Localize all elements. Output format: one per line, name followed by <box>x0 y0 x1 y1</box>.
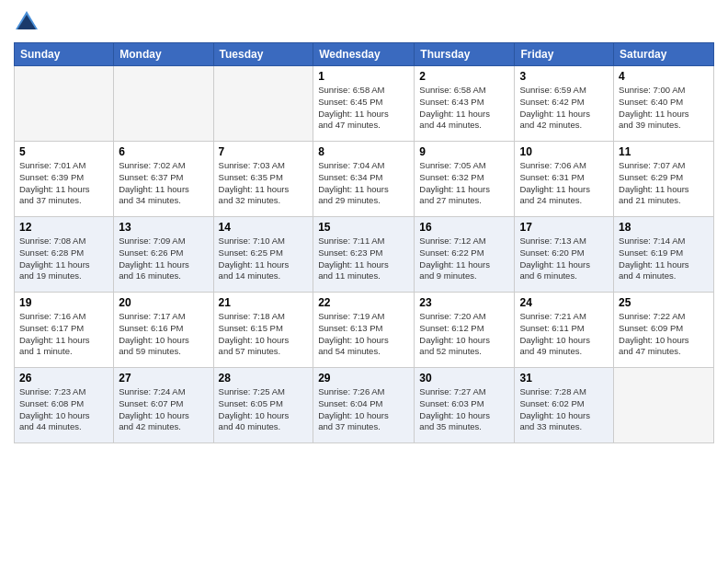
day-info: Sunrise: 7:04 AM Sunset: 6:34 PM Dayligh… <box>318 160 409 207</box>
day-info: Sunrise: 7:27 AM Sunset: 6:03 PM Dayligh… <box>419 386 509 433</box>
day-info: Sunrise: 7:05 AM Sunset: 6:32 PM Dayligh… <box>419 160 509 207</box>
day-number: 25 <box>619 296 709 309</box>
day-info: Sunrise: 6:58 AM Sunset: 6:45 PM Dayligh… <box>318 85 409 132</box>
calendar-cell: 25Sunrise: 7:22 AM Sunset: 6:09 PM Dayli… <box>614 293 714 368</box>
header <box>14 9 714 35</box>
day-number: 6 <box>119 145 208 158</box>
calendar-cell: 11Sunrise: 7:07 AM Sunset: 6:29 PM Dayli… <box>614 142 714 217</box>
day-number: 1 <box>318 70 409 83</box>
col-header-monday: Monday <box>114 43 213 66</box>
calendar-cell: 24Sunrise: 7:21 AM Sunset: 6:11 PM Dayli… <box>515 293 614 368</box>
day-number: 5 <box>19 145 108 158</box>
day-info: Sunrise: 7:02 AM Sunset: 6:37 PM Dayligh… <box>119 160 208 207</box>
day-number: 20 <box>119 296 208 309</box>
calendar-cell: 15Sunrise: 7:11 AM Sunset: 6:23 PM Dayli… <box>313 217 415 293</box>
calendar-cell: 16Sunrise: 7:12 AM Sunset: 6:22 PM Dayli… <box>415 217 515 293</box>
day-info: Sunrise: 7:16 AM Sunset: 6:17 PM Dayligh… <box>19 311 108 358</box>
day-number: 29 <box>318 372 409 385</box>
day-number: 11 <box>619 145 709 158</box>
day-number: 8 <box>318 145 409 158</box>
day-info: Sunrise: 6:59 AM Sunset: 6:42 PM Dayligh… <box>519 85 609 132</box>
day-info: Sunrise: 7:03 AM Sunset: 6:35 PM Dayligh… <box>219 160 309 207</box>
day-info: Sunrise: 7:14 AM Sunset: 6:19 PM Dayligh… <box>619 236 709 282</box>
day-info: Sunrise: 7:28 AM Sunset: 6:02 PM Dayligh… <box>519 386 609 433</box>
calendar-cell: 17Sunrise: 7:13 AM Sunset: 6:20 PM Dayli… <box>515 217 614 293</box>
calendar-week-2: 5Sunrise: 7:01 AM Sunset: 6:39 PM Daylig… <box>15 142 714 217</box>
calendar-cell: 10Sunrise: 7:06 AM Sunset: 6:31 PM Dayli… <box>515 142 614 217</box>
calendar-cell: 31Sunrise: 7:28 AM Sunset: 6:02 PM Dayli… <box>515 368 614 443</box>
calendar-cell <box>614 368 714 443</box>
calendar-cell: 3Sunrise: 6:59 AM Sunset: 6:42 PM Daylig… <box>515 66 614 142</box>
calendar-cell: 22Sunrise: 7:19 AM Sunset: 6:13 PM Dayli… <box>313 293 415 368</box>
day-number: 21 <box>219 296 309 309</box>
day-number: 15 <box>318 221 409 234</box>
day-info: Sunrise: 7:06 AM Sunset: 6:31 PM Dayligh… <box>519 160 609 207</box>
day-number: 3 <box>519 70 609 83</box>
calendar-cell: 21Sunrise: 7:18 AM Sunset: 6:15 PM Dayli… <box>213 293 313 368</box>
logo-icon <box>14 9 40 35</box>
col-header-wednesday: Wednesday <box>313 43 415 66</box>
page: SundayMondayTuesdayWednesdayThursdayFrid… <box>0 0 728 563</box>
calendar-cell: 7Sunrise: 7:03 AM Sunset: 6:35 PM Daylig… <box>213 142 313 217</box>
day-number: 7 <box>219 145 309 158</box>
calendar-cell: 28Sunrise: 7:25 AM Sunset: 6:05 PM Dayli… <box>213 368 313 443</box>
day-info: Sunrise: 7:20 AM Sunset: 6:12 PM Dayligh… <box>419 311 509 358</box>
day-number: 9 <box>419 145 509 158</box>
day-number: 2 <box>419 70 509 83</box>
calendar-cell: 2Sunrise: 6:58 AM Sunset: 6:43 PM Daylig… <box>415 66 515 142</box>
calendar-cell: 29Sunrise: 7:26 AM Sunset: 6:04 PM Dayli… <box>313 368 415 443</box>
calendar-cell <box>213 66 313 142</box>
day-info: Sunrise: 7:07 AM Sunset: 6:29 PM Dayligh… <box>619 160 709 207</box>
day-number: 23 <box>419 296 509 309</box>
day-number: 22 <box>318 296 409 309</box>
calendar: SundayMondayTuesdayWednesdayThursdayFrid… <box>14 42 714 443</box>
day-info: Sunrise: 7:25 AM Sunset: 6:05 PM Dayligh… <box>219 386 309 433</box>
calendar-cell: 18Sunrise: 7:14 AM Sunset: 6:19 PM Dayli… <box>614 217 714 293</box>
calendar-cell: 8Sunrise: 7:04 AM Sunset: 6:34 PM Daylig… <box>313 142 415 217</box>
day-info: Sunrise: 7:09 AM Sunset: 6:26 PM Dayligh… <box>119 236 208 282</box>
day-number: 31 <box>519 372 609 385</box>
calendar-week-4: 19Sunrise: 7:16 AM Sunset: 6:17 PM Dayli… <box>15 293 714 368</box>
calendar-cell: 6Sunrise: 7:02 AM Sunset: 6:37 PM Daylig… <box>114 142 213 217</box>
calendar-week-3: 12Sunrise: 7:08 AM Sunset: 6:28 PM Dayli… <box>15 217 714 293</box>
day-number: 19 <box>19 296 108 309</box>
calendar-week-1: 1Sunrise: 6:58 AM Sunset: 6:45 PM Daylig… <box>15 66 714 142</box>
day-info: Sunrise: 7:18 AM Sunset: 6:15 PM Dayligh… <box>219 311 309 358</box>
calendar-cell: 4Sunrise: 7:00 AM Sunset: 6:40 PM Daylig… <box>614 66 714 142</box>
calendar-cell: 14Sunrise: 7:10 AM Sunset: 6:25 PM Dayli… <box>213 217 313 293</box>
calendar-cell: 12Sunrise: 7:08 AM Sunset: 6:28 PM Dayli… <box>15 217 114 293</box>
day-info: Sunrise: 7:12 AM Sunset: 6:22 PM Dayligh… <box>419 236 509 282</box>
day-info: Sunrise: 7:01 AM Sunset: 6:39 PM Dayligh… <box>19 160 108 207</box>
day-number: 12 <box>19 221 108 234</box>
day-info: Sunrise: 7:17 AM Sunset: 6:16 PM Dayligh… <box>119 311 208 358</box>
calendar-cell: 30Sunrise: 7:27 AM Sunset: 6:03 PM Dayli… <box>415 368 515 443</box>
calendar-cell: 20Sunrise: 7:17 AM Sunset: 6:16 PM Dayli… <box>114 293 213 368</box>
day-info: Sunrise: 7:23 AM Sunset: 6:08 PM Dayligh… <box>19 386 108 433</box>
day-info: Sunrise: 7:21 AM Sunset: 6:11 PM Dayligh… <box>519 311 609 358</box>
col-header-sunday: Sunday <box>15 43 114 66</box>
calendar-cell <box>114 66 213 142</box>
calendar-cell: 23Sunrise: 7:20 AM Sunset: 6:12 PM Dayli… <box>415 293 515 368</box>
day-number: 10 <box>519 145 609 158</box>
col-header-thursday: Thursday <box>415 43 515 66</box>
col-header-saturday: Saturday <box>614 43 714 66</box>
day-number: 30 <box>419 372 509 385</box>
day-info: Sunrise: 6:58 AM Sunset: 6:43 PM Dayligh… <box>419 85 509 132</box>
calendar-cell: 27Sunrise: 7:24 AM Sunset: 6:07 PM Dayli… <box>114 368 213 443</box>
col-header-friday: Friday <box>515 43 614 66</box>
calendar-cell: 19Sunrise: 7:16 AM Sunset: 6:17 PM Dayli… <box>15 293 114 368</box>
day-info: Sunrise: 7:13 AM Sunset: 6:20 PM Dayligh… <box>519 236 609 282</box>
day-info: Sunrise: 7:26 AM Sunset: 6:04 PM Dayligh… <box>318 386 409 433</box>
calendar-cell: 13Sunrise: 7:09 AM Sunset: 6:26 PM Dayli… <box>114 217 213 293</box>
calendar-cell: 26Sunrise: 7:23 AM Sunset: 6:08 PM Dayli… <box>15 368 114 443</box>
calendar-cell: 1Sunrise: 6:58 AM Sunset: 6:45 PM Daylig… <box>313 66 415 142</box>
calendar-cell: 5Sunrise: 7:01 AM Sunset: 6:39 PM Daylig… <box>15 142 114 217</box>
day-number: 27 <box>119 372 208 385</box>
day-number: 18 <box>619 221 709 234</box>
day-number: 24 <box>519 296 609 309</box>
calendar-header-row: SundayMondayTuesdayWednesdayThursdayFrid… <box>15 43 714 66</box>
day-info: Sunrise: 7:08 AM Sunset: 6:28 PM Dayligh… <box>19 236 108 282</box>
day-info: Sunrise: 7:19 AM Sunset: 6:13 PM Dayligh… <box>318 311 409 358</box>
logo <box>14 9 43 35</box>
day-info: Sunrise: 7:24 AM Sunset: 6:07 PM Dayligh… <box>119 386 208 433</box>
